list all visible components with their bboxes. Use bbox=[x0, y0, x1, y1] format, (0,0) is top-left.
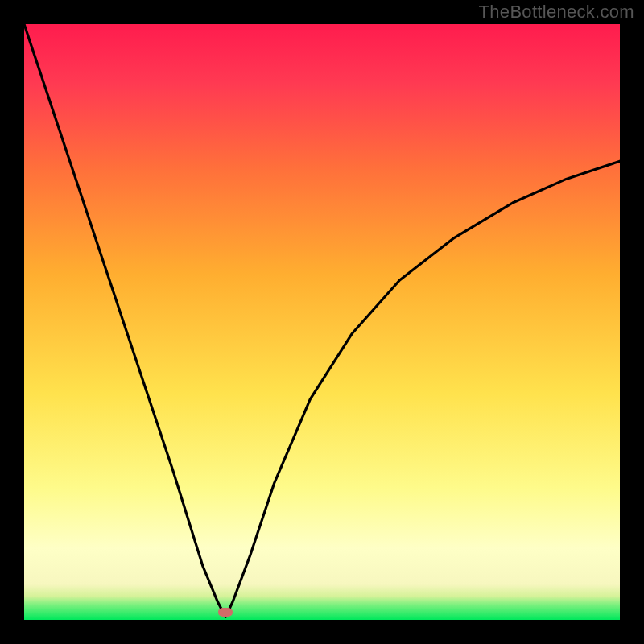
gradient-background bbox=[24, 24, 620, 620]
watermark-text: TheBottleneck.com bbox=[479, 2, 634, 23]
curve-minimum-marker bbox=[218, 608, 233, 617]
chart-frame: TheBottleneck.com bbox=[0, 0, 644, 644]
